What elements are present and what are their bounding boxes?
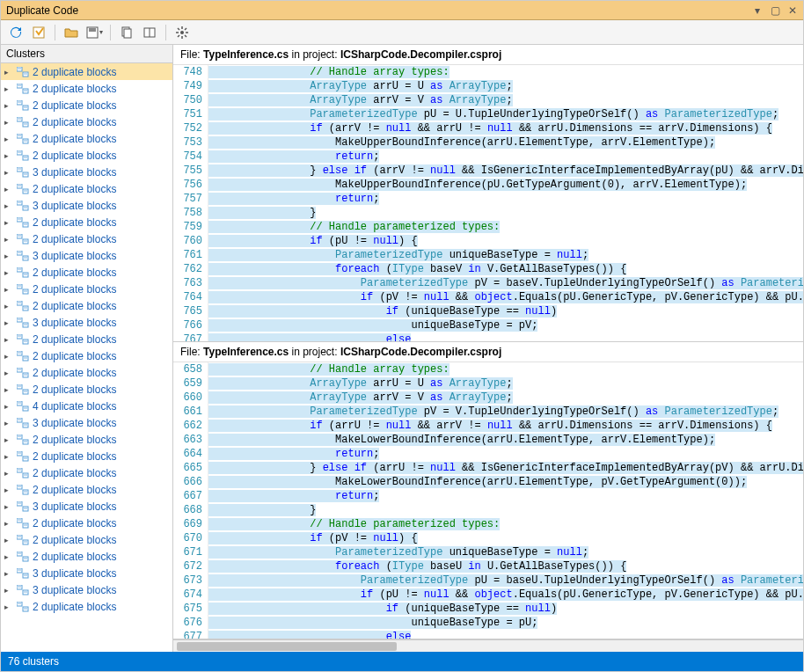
tree-expand-icon[interactable]: ▸: [4, 402, 13, 411]
cluster-item[interactable]: ▸3 duplicate blocks: [1, 314, 172, 331]
tree-expand-icon[interactable]: ▸: [4, 552, 13, 561]
tree-expand-icon[interactable]: ▸: [4, 603, 13, 611]
cluster-item[interactable]: ▸2 duplicate blocks: [1, 464, 172, 481]
maximize-icon[interactable]: ▢: [770, 5, 780, 16]
cluster-item[interactable]: ▸3 duplicate blocks: [1, 414, 172, 431]
svg-rect-108: [17, 451, 22, 456]
cluster-item[interactable]: ▸2 duplicate blocks: [1, 264, 172, 281]
cluster-item[interactable]: ▸3 duplicate blocks: [1, 197, 172, 214]
code-body[interactable]: 6586596606616626636646656666676686696706…: [173, 362, 803, 639]
tree-expand-icon[interactable]: ▸: [4, 235, 13, 244]
settings-button[interactable]: [172, 23, 192, 42]
cluster-item[interactable]: ▸2 duplicate blocks: [1, 481, 172, 498]
cluster-item[interactable]: ▸2 duplicate blocks: [1, 147, 172, 164]
tree-expand-icon[interactable]: ▸: [4, 168, 13, 177]
tree-expand-icon[interactable]: ▸: [4, 536, 13, 544]
cluster-item[interactable]: ▸2 duplicate blocks: [1, 598, 172, 615]
cluster-item[interactable]: ▸2 duplicate blocks: [1, 431, 172, 448]
tree-expand-icon[interactable]: ▸: [4, 118, 13, 127]
code-lines[interactable]: // Handle array types: ArrayType arrU = …: [208, 362, 803, 639]
svg-rect-113: [23, 473, 28, 478]
svg-rect-45: [23, 189, 28, 194]
cluster-label: 2 duplicate blocks: [33, 116, 116, 128]
svg-rect-145: [23, 607, 28, 611]
code-body[interactable]: 7487497507517527537547557567577587597607…: [173, 65, 803, 341]
tree-expand-icon[interactable]: ▸: [4, 302, 13, 310]
svg-rect-112: [17, 468, 22, 472]
cluster-item[interactable]: ▸2 duplicate blocks: [1, 448, 172, 464]
tree-expand-icon[interactable]: ▸: [4, 252, 13, 260]
code-lines[interactable]: // Handle array types: ArrayType arrU = …: [208, 65, 803, 341]
cluster-item[interactable]: ▸3 duplicate blocks: [1, 164, 172, 180]
duplicate-icon: [17, 100, 29, 111]
tree-expand-icon[interactable]: ▸: [4, 185, 13, 194]
open-button[interactable]: [62, 23, 81, 42]
tree-expand-icon[interactable]: ▸: [4, 285, 13, 294]
options-button[interactable]: [29, 23, 48, 42]
cluster-list[interactable]: ▸2 duplicate blocks▸2 duplicate blocks▸2…: [1, 63, 172, 652]
tree-expand-icon[interactable]: ▸: [4, 469, 13, 478]
horizontal-scrollbar[interactable]: [173, 639, 803, 652]
tree-expand-icon[interactable]: ▸: [4, 486, 13, 494]
close-icon[interactable]: ✕: [787, 5, 798, 16]
tree-expand-icon[interactable]: ▸: [4, 586, 13, 595]
tree-expand-icon[interactable]: ▸: [4, 385, 13, 394]
cluster-item[interactable]: ▸2 duplicate blocks: [1, 130, 172, 147]
cluster-item[interactable]: ▸2 duplicate blocks: [1, 63, 172, 80]
cluster-item[interactable]: ▸2 duplicate blocks: [1, 180, 172, 197]
save-button[interactable]: ▾: [84, 23, 104, 42]
copy-button[interactable]: [117, 23, 136, 42]
tree-expand-icon[interactable]: ▸: [4, 352, 13, 361]
tree-expand-icon[interactable]: ▸: [4, 268, 13, 277]
tree-expand-icon[interactable]: ▸: [4, 151, 13, 160]
cluster-item[interactable]: ▸2 duplicate blocks: [1, 80, 172, 97]
cluster-label: 3 duplicate blocks: [33, 417, 116, 429]
tree-expand-icon[interactable]: ▸: [4, 335, 13, 344]
cluster-item[interactable]: ▸4 duplicate blocks: [1, 398, 172, 414]
cluster-item[interactable]: ▸2 duplicate blocks: [1, 548, 172, 565]
cluster-item[interactable]: ▸2 duplicate blocks: [1, 347, 172, 364]
cluster-item[interactable]: ▸2 duplicate blocks: [1, 364, 172, 381]
cluster-label: 3 duplicate blocks: [33, 567, 116, 580]
tree-expand-icon[interactable]: ▸: [4, 519, 13, 528]
cluster-item[interactable]: ▸2 duplicate blocks: [1, 230, 172, 247]
cluster-item[interactable]: ▸3 duplicate blocks: [1, 581, 172, 598]
svg-rect-17: [23, 72, 28, 77]
svg-rect-120: [17, 501, 22, 506]
layout-button[interactable]: [140, 23, 159, 42]
tree-expand-icon[interactable]: ▸: [4, 569, 13, 578]
cluster-item[interactable]: ▸2 duplicate blocks: [1, 97, 172, 113]
tree-expand-icon[interactable]: ▸: [4, 452, 13, 461]
cluster-item[interactable]: ▸2 duplicate blocks: [1, 297, 172, 314]
code-pane-bottom: File: TypeInference.cs in project: ICSha…: [173, 342, 803, 639]
toolbar-separator: [165, 25, 166, 40]
cluster-item[interactable]: ▸3 duplicate blocks: [1, 498, 172, 515]
tree-expand-icon[interactable]: ▸: [4, 218, 13, 227]
tree-expand-icon[interactable]: ▸: [4, 101, 13, 110]
cluster-item[interactable]: ▸3 duplicate blocks: [1, 565, 172, 581]
svg-rect-124: [17, 518, 22, 522]
tree-expand-icon[interactable]: ▸: [4, 419, 13, 427]
tree-expand-icon[interactable]: ▸: [4, 68, 13, 77]
tree-expand-icon[interactable]: ▸: [4, 369, 13, 377]
cluster-item[interactable]: ▸2 duplicate blocks: [1, 531, 172, 548]
cluster-item[interactable]: ▸3 duplicate blocks: [1, 247, 172, 264]
cluster-item[interactable]: ▸2 duplicate blocks: [1, 214, 172, 230]
tree-expand-icon[interactable]: ▸: [4, 84, 13, 93]
tree-expand-icon[interactable]: ▸: [4, 502, 13, 511]
tree-expand-icon[interactable]: ▸: [4, 135, 13, 143]
cluster-item[interactable]: ▸2 duplicate blocks: [1, 331, 172, 347]
duplicate-icon: [17, 568, 29, 579]
svg-rect-29: [23, 122, 28, 127]
tree-expand-icon[interactable]: ▸: [4, 435, 13, 444]
tree-expand-icon[interactable]: ▸: [4, 201, 13, 210]
cluster-item[interactable]: ▸2 duplicate blocks: [1, 281, 172, 297]
refresh-button[interactable]: [6, 23, 26, 42]
svg-rect-121: [23, 507, 28, 511]
dropdown-icon[interactable]: ▾: [752, 5, 763, 16]
cluster-item[interactable]: ▸2 duplicate blocks: [1, 381, 172, 398]
tree-expand-icon[interactable]: ▸: [4, 318, 13, 327]
cluster-item[interactable]: ▸2 duplicate blocks: [1, 515, 172, 531]
cluster-item[interactable]: ▸2 duplicate blocks: [1, 113, 172, 130]
cluster-label: 2 duplicate blocks: [33, 434, 116, 446]
